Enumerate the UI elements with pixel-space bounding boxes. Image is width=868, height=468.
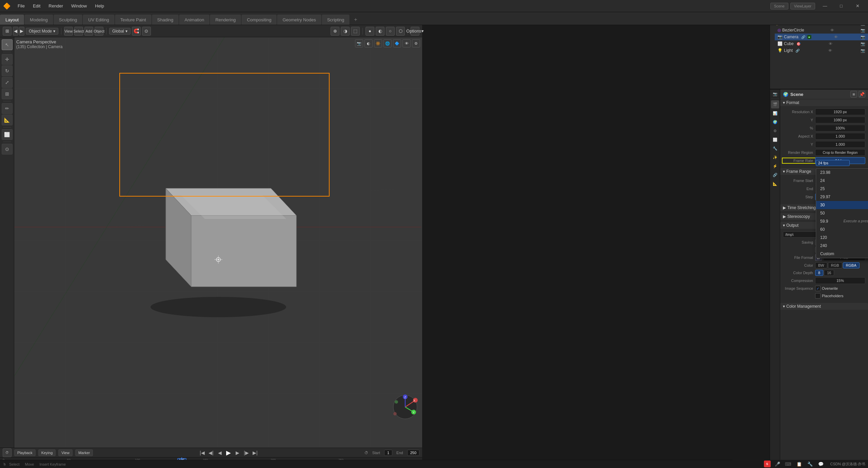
viewport-scene-icon[interactable]: 🌐: [383, 39, 392, 47]
overwrite-checkbox[interactable]: [815, 286, 821, 291]
tab-geometry-nodes[interactable]: Geometry Nodes: [277, 15, 321, 25]
jump-next-keyframe-btn[interactable]: |▶: [242, 449, 250, 456]
viewport-icon-btn[interactable]: ⊞: [3, 27, 12, 36]
viewport-material-icon[interactable]: ◐: [364, 39, 373, 47]
move-tool[interactable]: ✛: [2, 54, 13, 65]
aspect-y-value[interactable]: 1.000: [815, 141, 865, 148]
fps-option-60[interactable]: 60: [816, 225, 868, 233]
viewport-camera-icon[interactable]: 📷: [355, 39, 363, 47]
props-icon-physics[interactable]: ⚡: [771, 162, 779, 170]
viewport-gizmo[interactable]: X Y Z: [392, 393, 419, 421]
xray-btn[interactable]: ⬚: [351, 27, 360, 36]
tab-layout[interactable]: Layout: [0, 15, 24, 25]
menu-edit[interactable]: Edit: [29, 0, 44, 12]
fps-option-2997[interactable]: 29.97: [816, 193, 868, 201]
jump-end-btn[interactable]: ▶|: [251, 449, 259, 456]
scale-tool[interactable]: ⤢: [2, 77, 13, 88]
fps-select-current[interactable]: 24 fps: [816, 160, 850, 166]
resolution-x-value[interactable]: 1920 px: [815, 108, 865, 115]
tab-texture-paint[interactable]: Texture Paint: [115, 15, 152, 25]
props-pin-btn[interactable]: 📌: [859, 91, 865, 98]
format-section-header[interactable]: ▾ Format: [780, 99, 868, 106]
marker-btn[interactable]: Marker: [75, 449, 93, 456]
color-bw-btn[interactable]: BW: [815, 262, 827, 268]
props-icon-world[interactable]: ⚙: [771, 127, 779, 135]
object-btn[interactable]: Object: [95, 27, 103, 36]
beziercircle-camera[interactable]: 📷: [861, 28, 865, 33]
header-icon-1[interactable]: ◀: [13, 27, 18, 36]
view-btn[interactable]: View: [64, 27, 73, 36]
shading-rendered-btn[interactable]: ○: [386, 27, 395, 36]
select-btn[interactable]: Select: [74, 27, 83, 36]
object-mode-select[interactable]: Object Mode ▾: [26, 28, 58, 35]
props-icon-modifier[interactable]: 🔧: [771, 144, 779, 152]
fps-option-599[interactable]: 59.9 Execute a preset.: [816, 217, 868, 225]
props-menu-btn[interactable]: ≡: [850, 91, 857, 98]
beziercircle-eye[interactable]: 👁: [830, 28, 834, 32]
compression-value[interactable]: 15%: [815, 277, 865, 284]
props-icon-constraints[interactable]: 🔗: [771, 171, 779, 179]
fps-option-custom[interactable]: Custom: [816, 250, 868, 258]
viewport-setting-icon[interactable]: ⚙: [412, 39, 420, 47]
menu-window[interactable]: Window: [67, 0, 91, 12]
props-icon-data[interactable]: 📐: [771, 180, 779, 188]
color-depth-8-btn[interactable]: 8: [815, 270, 823, 276]
shading-solid-btn[interactable]: ●: [366, 27, 374, 36]
camera-eye[interactable]: 👁: [834, 35, 838, 39]
keying-btn[interactable]: Keying: [38, 449, 56, 456]
measure-tool[interactable]: 📐: [2, 115, 13, 125]
shading-material-btn[interactable]: ◐: [376, 27, 384, 36]
resolution-pct-value[interactable]: 100%: [815, 125, 865, 131]
sougou-icon[interactable]: S: [764, 461, 771, 467]
menu-render[interactable]: Render: [44, 0, 67, 12]
frame-start-input[interactable]: 1: [384, 450, 392, 456]
viewport-world-icon[interactable]: 🔷: [393, 39, 401, 47]
proportional-btn[interactable]: ⊙: [142, 27, 151, 36]
fps-option-50[interactable]: 50: [816, 209, 868, 217]
blender-logo[interactable]: 🔶: [0, 0, 14, 12]
step-fwd-btn[interactable]: ▶: [234, 449, 241, 456]
outliner-item-light[interactable]: 💡 Light 🔗 👁 📷: [775, 47, 868, 54]
props-icon-object[interactable]: ⬜: [771, 136, 779, 144]
gizmo-btn[interactable]: ⊕: [331, 27, 339, 36]
viewport-eye-icon[interactable]: 👁: [402, 39, 411, 47]
select-tool[interactable]: ↖: [2, 39, 13, 50]
scene-selector[interactable]: Scene: [770, 3, 788, 9]
tab-modeling[interactable]: Modeling: [24, 15, 54, 25]
tab-shading[interactable]: Shading: [152, 15, 179, 25]
playback-btn[interactable]: Playback: [14, 449, 36, 456]
taskbar-tool-icon[interactable]: 🔧: [807, 461, 813, 467]
menu-file[interactable]: File: [14, 0, 29, 12]
jump-start-btn[interactable]: |◀: [198, 449, 206, 456]
overlay-btn[interactable]: ◑: [341, 27, 350, 36]
frame-end-input[interactable]: 250: [407, 450, 419, 456]
outliner-item-beziercircle[interactable]: ◎ BezierCircle 👁 📷: [775, 27, 868, 34]
aspect-x-value[interactable]: 1.000: [815, 133, 865, 140]
play-btn[interactable]: ▶: [225, 449, 232, 456]
resolution-y-value[interactable]: 1080 px: [815, 117, 865, 123]
maximize-button[interactable]: □: [833, 0, 849, 12]
camera-camera[interactable]: 📷: [861, 35, 865, 39]
fps-option-120[interactable]: 120: [816, 233, 868, 242]
fps-option-30[interactable]: 30: [816, 201, 868, 209]
color-management-header[interactable]: ▾ Color Management: [780, 303, 868, 310]
annotate-tool[interactable]: ✏: [2, 103, 13, 114]
taskbar-mic-icon[interactable]: 🎤: [774, 461, 781, 467]
taskbar-keyboard-icon[interactable]: ⌨: [785, 461, 792, 467]
transform-global-select[interactable]: Global ▾: [109, 28, 131, 35]
tab-scripting[interactable]: Scripting: [322, 15, 350, 25]
viewport-render-icon[interactable]: 🔆: [374, 39, 382, 47]
minimize-button[interactable]: —: [817, 0, 833, 12]
3d-viewport[interactable]: Camera Perspective (135) Collection | Ca…: [14, 37, 422, 448]
color-rgb-btn[interactable]: RGB: [828, 262, 842, 268]
viewlayer-selector[interactable]: ViewLayer: [790, 3, 815, 9]
tab-uv-editing[interactable]: UV Editing: [83, 15, 115, 25]
fps-option-25[interactable]: 25: [816, 185, 868, 193]
menu-help[interactable]: Help: [91, 0, 108, 12]
misc-tool[interactable]: ⊙: [2, 144, 13, 155]
step-back-btn[interactable]: ◀: [216, 449, 223, 456]
tab-compositing[interactable]: Compositing: [241, 15, 277, 25]
view-btn-tl[interactable]: View: [58, 449, 73, 456]
color-depth-16-btn[interactable]: 16: [824, 270, 834, 276]
placeholders-checkbox[interactable]: [815, 293, 821, 299]
